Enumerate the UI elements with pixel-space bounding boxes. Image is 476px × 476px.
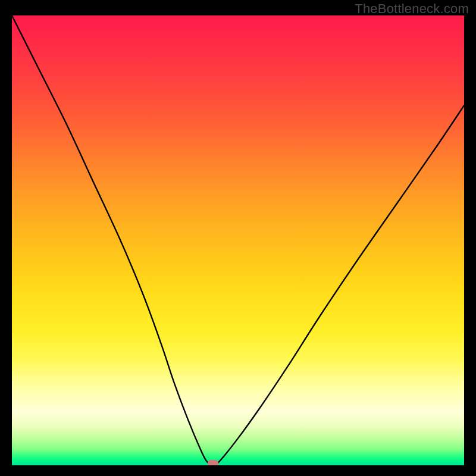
- bottleneck-curve-path: [12, 15, 464, 465]
- chart-svg: [12, 15, 464, 465]
- chart-frame: [12, 15, 464, 465]
- optimal-point-marker: [208, 460, 218, 465]
- watermark-text: TheBottleneck.com: [355, 1, 469, 17]
